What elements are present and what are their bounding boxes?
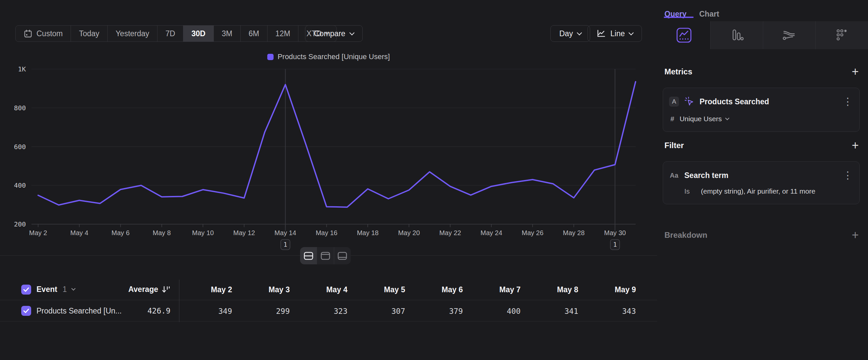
chart-style-dropdown[interactable]: Line [588,25,642,42]
breakdown-table: Event 1 Average May 2May 3May 4May 5May … [0,279,657,322]
granularity-dropdown[interactable]: Day [550,25,590,42]
measure-dropdown[interactable]: Unique Users [680,115,729,123]
filter-card[interactable]: Aa Search term ⋮ Is (empty string), Air … [663,161,860,204]
event-selector[interactable]: Event 1 [21,279,75,300]
select-all-checkbox[interactable] [21,285,31,295]
chart-type-tabs [658,21,868,49]
table-header-row: Event 1 Average May 2May 3May 4May 5May … [0,279,657,300]
range-label: Yesterday [116,29,149,38]
measure-type-icon: # [671,115,674,123]
series-line[interactable] [38,82,636,207]
filter-card-main-row: Aa Search term ⋮ [669,169,853,182]
chart-legend-item[interactable]: Products Searched [Unique Users] [267,53,390,61]
table-cell: 299 [276,301,290,322]
table-cell: 307 [391,301,405,322]
line-chart[interactable]: 2004006008001KMay 2May 4May 6May 8May 10… [0,63,657,256]
calendar-icon [24,29,32,38]
x-axis-tick-label: May 4 [70,229,88,237]
table-col-header: May 4 [326,279,347,300]
split-view-button[interactable] [300,247,317,265]
add-breakdown-button[interactable]: + [852,229,859,241]
metric-letter-badge: A [669,96,679,107]
check-icon [23,308,29,313]
chart-style-label: Line [610,29,625,38]
range-label: Today [79,29,99,38]
metric-measure-row: # Unique Users [671,114,853,124]
filter-value: (empty string), Air purifier, or 11 more [701,187,815,195]
table-col-header: May 6 [442,279,463,300]
chevron-down-icon [72,286,76,290]
range-label: 3M [222,29,232,38]
range-custom-button[interactable]: Custom [16,26,71,41]
x-axis-tick-label: May 22 [439,229,461,237]
active-tab-underline [664,17,693,18]
row-checkbox[interactable] [21,306,31,316]
tab-chart[interactable]: Chart [699,0,719,19]
column-divider [179,280,179,322]
table-col-header: May 5 [384,279,405,300]
granularity-label: Day [559,29,573,38]
x-axis-tick-label: May 6 [112,229,129,237]
chart-type-insights-tab[interactable] [658,21,710,49]
metric-card[interactable]: A Products Searched ⋮ # Unique Users [663,88,860,132]
average-sort-control[interactable]: Average [128,279,170,300]
check-icon [23,287,29,292]
measure-label: Unique Users [680,115,722,123]
x-axis-tick-label: May 24 [480,229,502,237]
y-axis-tick-label: 800 [14,104,26,112]
flow-chart-icon [781,27,797,43]
table-col-header: May 7 [499,279,521,300]
x-axis-tick-label: May 18 [357,229,379,237]
table-col-header: May 8 [557,279,578,300]
tab-query[interactable]: Query [664,0,686,19]
filter-operator: Is [684,187,695,195]
x-axis-tick-label: May 26 [522,229,544,237]
range-label: 12M [276,29,290,38]
table-top-view-icon [320,251,331,260]
table-cell: 341 [564,301,578,322]
analytics-app: CustomTodayYesterday7D30D3M6M12MXTD Comp… [0,0,868,360]
range-12m-button[interactable]: 12M [268,26,299,41]
filter-condition-row[interactable]: Is (empty string), Air purifier, or 11 m… [684,186,853,197]
filter-menu-kebab-icon[interactable]: ⋮ [843,171,853,179]
range-6m-button[interactable]: 6M [241,26,268,41]
average-label: Average [128,285,158,294]
y-axis-tick-label: 1K [18,65,26,73]
range-today-button[interactable]: Today [71,26,107,41]
table-row[interactable]: Products Searched [Un... 426.9 349299323… [0,301,657,322]
table-bottom-view-icon [337,251,347,260]
x-axis-tick-label: May 10 [192,229,214,237]
x-axis-tick-label: May 12 [234,229,255,237]
chart-type-flows-tab[interactable] [763,21,816,49]
chart-type-funnels-tab[interactable] [710,21,763,49]
table-cell: 349 [218,301,232,322]
event-count: 1 [63,285,67,294]
split-view-icon [303,251,314,260]
chevron-down-icon [577,30,582,35]
y-axis-tick-label: 400 [14,181,26,189]
chart-type-retention-tab[interactable] [815,21,868,49]
add-filter-button[interactable]: + [852,139,859,151]
range-3m-button[interactable]: 3M [214,26,241,41]
insights-chart-icon [676,27,692,43]
range-7d-button[interactable]: 7D [157,26,183,41]
table-top-view-button[interactable] [317,247,334,265]
range-30d-button[interactable]: 30D [183,26,214,41]
line-chart-icon [596,29,606,38]
annotation-badge-label: 1 [613,241,617,248]
compare-button[interactable]: Compare [305,25,363,42]
metric-menu-kebab-icon[interactable]: ⋮ [843,98,853,106]
chevron-down-icon [725,116,730,120]
table-cell: 379 [449,301,463,322]
date-range-control: CustomTodayYesterday7D30D3M6M12MXTD [15,25,337,42]
range-yesterday-button[interactable]: Yesterday [108,26,157,41]
table-bottom-view-button[interactable] [334,247,351,265]
table-col-header: May 2 [211,279,232,300]
x-axis-tick-label: May 2 [29,229,47,237]
table-col-header: May 3 [269,279,290,300]
filter-title: Filter [664,141,684,150]
y-axis-tick-label: 600 [14,143,26,151]
compare-label: Compare [314,29,345,38]
add-metric-button[interactable]: + [852,66,859,78]
x-axis-tick-label: May 28 [563,229,585,237]
